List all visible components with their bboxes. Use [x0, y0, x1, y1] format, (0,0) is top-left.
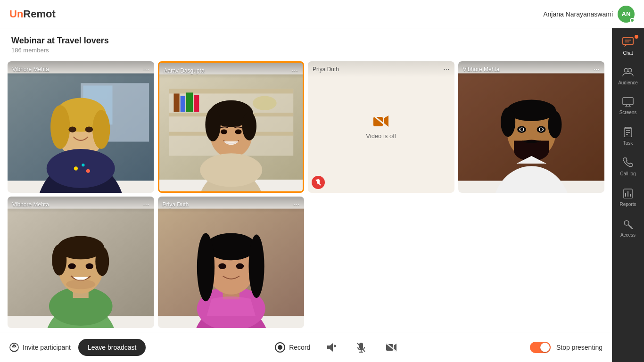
svg-rect-22 — [186, 92, 192, 112]
access-svg-icon — [623, 219, 633, 229]
mic-muted-badge-3 — [312, 176, 325, 189]
sidebar-item-screens[interactable]: Screens — [614, 92, 642, 120]
tile-menu-4[interactable]: ··· — [594, 65, 600, 74]
main-container: Webinar at Travel lovers 186 members — [0, 28, 644, 362]
svg-rect-20 — [173, 93, 179, 112]
mic-mute-button[interactable] — [352, 338, 371, 357]
video-mute-button[interactable] — [382, 338, 401, 357]
chat-notification-dot — [635, 35, 638, 39]
svg-point-54 — [539, 128, 542, 131]
speaker-mute-button[interactable] — [322, 338, 340, 357]
sidebar-item-task[interactable]: Task — [614, 122, 642, 151]
calllog-icon — [623, 157, 633, 169]
screens-label: Screens — [619, 110, 637, 115]
video-off-icon — [372, 115, 389, 129]
tile-bg-2 — [159, 63, 303, 191]
video-tile-4: Vibhore Mehta ··· — [458, 61, 605, 193]
logo: UnRemot — [9, 8, 56, 20]
tile-menu-6[interactable]: ··· — [293, 200, 299, 209]
reports-label: Reports — [619, 202, 636, 207]
person-image-2 — [159, 63, 303, 191]
video-muted-icon-toolbar — [386, 343, 397, 352]
svg-rect-21 — [180, 96, 185, 112]
svg-point-107 — [624, 221, 629, 225]
task-icon — [623, 127, 633, 139]
video-tile-3: Priya Duth ··· Video is off — [308, 61, 454, 193]
sidebar-item-reports[interactable]: Reports — [614, 183, 642, 212]
svg-point-77 — [13, 345, 16, 347]
tile-bg-5 — [8, 197, 154, 328]
invite-icon — [9, 343, 19, 352]
record-dot — [278, 345, 282, 350]
tile-name-3: Priya Duth — [313, 66, 339, 73]
svg-rect-94 — [623, 98, 633, 105]
tile-name-2: Aarav Dasgupta — [164, 67, 205, 74]
toolbar-center: Record — [275, 338, 401, 357]
tile-header-6: Priya Duth ··· — [158, 197, 305, 213]
audience-label: Audience — [618, 80, 638, 86]
screens-svg-icon — [622, 97, 634, 107]
tile-menu-5[interactable]: ··· — [143, 200, 149, 209]
svg-point-45 — [501, 107, 515, 137]
video-tile-6: Priya Duth ··· — [158, 197, 305, 328]
tile-header-2: Aarav Dasgupta ··· — [159, 63, 303, 79]
toggle-knob — [540, 343, 550, 352]
svg-point-61 — [52, 244, 66, 275]
toolbar-right: Stop presenting — [530, 342, 603, 353]
record-button[interactable]: Record — [275, 342, 310, 353]
sidebar-item-chat[interactable]: Chat — [614, 32, 642, 61]
tile-name-5: Vibhore Mehta — [12, 201, 49, 208]
svg-rect-88 — [623, 37, 633, 45]
tile-menu-1[interactable]: ··· — [143, 65, 149, 74]
task-label: Task — [623, 140, 633, 146]
tile-menu-3[interactable]: ··· — [443, 65, 449, 74]
svg-marker-78 — [327, 343, 333, 352]
person-image-1 — [8, 61, 154, 193]
svg-point-10 — [68, 126, 76, 132]
sidebar-item-access[interactable]: Access — [614, 214, 642, 243]
leave-broadcast-button[interactable]: Leave broadcast — [78, 339, 146, 356]
video-tile-5: Vibhore Mehta ··· — [8, 197, 154, 328]
svg-point-62 — [95, 247, 109, 276]
speaker-muted-icon — [326, 342, 336, 353]
calllog-svg-icon — [623, 157, 633, 168]
tile-name-6: Priya Duth — [163, 201, 189, 208]
video-grid: Vibhore Mehta ··· — [0, 58, 612, 332]
svg-point-31 — [220, 130, 227, 134]
tile-header-3: Priya Duth ··· — [308, 61, 454, 77]
tile-bg-4 — [458, 61, 605, 193]
sidebar-item-audience[interactable]: Audience — [614, 63, 642, 90]
svg-rect-23 — [194, 95, 199, 112]
calllog-label: Call log — [620, 171, 636, 177]
video-tile-2: Aarav Dasgupta ··· — [158, 61, 305, 193]
svg-point-63 — [68, 263, 76, 269]
sidebar-item-calllog[interactable]: Call log — [614, 153, 642, 181]
person-image-5 — [8, 197, 154, 328]
header-right: Anjana Narayanaswami AN — [543, 6, 635, 23]
tile-menu-2[interactable]: ··· — [292, 66, 298, 75]
screens-icon — [622, 97, 634, 108]
svg-point-74 — [218, 263, 226, 269]
toolbar-left: Invite participant Leave broadcast — [9, 339, 146, 356]
task-svg-icon — [623, 127, 633, 137]
svg-point-53 — [520, 128, 523, 131]
reports-svg-icon — [623, 188, 633, 198]
invite-participant-button[interactable]: Invite participant — [9, 343, 71, 352]
reports-icon — [623, 188, 633, 200]
svg-point-11 — [85, 126, 93, 132]
svg-point-8 — [92, 110, 110, 149]
tile-header-5: Vibhore Mehta ··· — [8, 197, 154, 213]
presenting-toggle[interactable] — [530, 342, 551, 353]
content-area: Webinar at Travel lovers 186 members — [0, 28, 612, 362]
svg-point-93 — [628, 68, 632, 72]
tile-name-1: Vibhore Mehta — [12, 66, 49, 73]
audience-icon — [622, 67, 634, 78]
tile-header-4: Vibhore Mehta ··· — [458, 61, 605, 77]
svg-point-64 — [86, 263, 94, 269]
svg-point-65 — [66, 280, 95, 289]
webinar-members: 186 members — [11, 47, 601, 54]
tile-name-4: Vibhore Mehta — [463, 66, 500, 73]
svg-point-12 — [74, 166, 78, 170]
svg-point-72 — [197, 233, 214, 301]
avatar: AN — [618, 6, 635, 23]
